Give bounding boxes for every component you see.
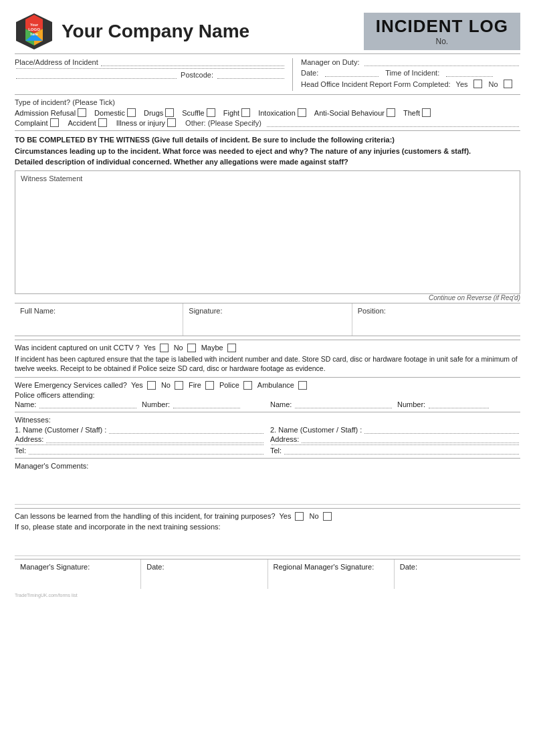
company-name: Your Company Name (62, 21, 249, 42)
admission-checkbox[interactable] (78, 108, 86, 117)
intoxication-checkbox[interactable] (298, 108, 306, 117)
emergency-section: Were Emergency Services called? Yes No F… (15, 381, 520, 408)
incident-type-intoxication: Intoxication (258, 108, 308, 117)
drugs-label: Drugs (144, 109, 163, 117)
cctv-no-checkbox[interactable] (187, 344, 196, 352)
section-divider-5 (15, 412, 520, 412)
theft-label: Theft (403, 109, 420, 117)
emergency-fire-checkbox[interactable] (205, 381, 214, 390)
other-dots (267, 126, 519, 127)
address-dots2 (16, 68, 284, 69)
incident-type-title: Type of incident? (Please Tick) (15, 98, 520, 106)
cctv-maybe-checkbox[interactable] (227, 344, 236, 352)
lessons-lines[interactable] (15, 535, 520, 556)
accident-checkbox[interactable] (98, 118, 107, 127)
section-divider-6 (15, 458, 520, 459)
fight-checkbox[interactable] (241, 108, 250, 117)
svg-text:here: here (30, 32, 38, 36)
witness1-name-label: 1. Name (Customer / Staff) : (15, 426, 106, 434)
cctv-no-label: No (174, 344, 183, 352)
cctv-maybe-label: Maybe (201, 344, 223, 352)
regional-sig-label: Regional Manager's Signature: (274, 563, 374, 571)
yes-label: Yes (456, 80, 468, 88)
lessons-no-checkbox[interactable] (323, 512, 332, 521)
place-label: Place/Address of Incident (15, 58, 98, 66)
position-label: Position: (358, 307, 515, 315)
manager-label: Manager on Duty: (301, 58, 359, 66)
footer-text: TradeTimingUK.com/forms list (15, 593, 520, 598)
head-office-label: Head Office Incident Report Form Complet… (301, 80, 451, 88)
incident-type-admission: Admission Refusal (15, 108, 88, 117)
emergency-no-checkbox[interactable] (175, 381, 183, 390)
theft-checkbox[interactable] (422, 108, 431, 117)
incident-type-domestic: Domestic (94, 108, 137, 117)
date-label: Date: (301, 69, 318, 77)
emergency-yes-checkbox[interactable] (147, 381, 156, 390)
domestic-label: Domestic (94, 109, 125, 117)
illness-checkbox[interactable] (167, 118, 176, 127)
complaint-label: Complaint (15, 119, 48, 127)
other-label: Other: (Please Specify) (185, 119, 261, 127)
witness1-tel-label: Tel: (15, 447, 26, 455)
incident-log-header: INCIDENT LOG No. (364, 13, 520, 51)
section-divider-7 (15, 508, 520, 509)
scuffle-checkbox[interactable] (207, 108, 215, 117)
manager-date-label: Date: (146, 563, 164, 571)
signature-row: Full Name: Signature: Position: (15, 303, 520, 336)
witness1-address-dots (46, 443, 263, 443)
antisocial-checkbox[interactable] (387, 108, 395, 117)
witness2-name-label: 2. Name (Customer / Staff) : (270, 426, 362, 434)
police-attending-label: Police officers attending: (15, 391, 520, 399)
officer1-name-label: Name: (15, 400, 36, 408)
time-label: Time of Incident: (385, 69, 439, 77)
regional-sig-cell: Regional Manager's Signature: (268, 559, 395, 589)
incident-type-scuffle: Scuffle (182, 108, 216, 117)
yes-checkbox[interactable] (473, 80, 482, 88)
lessons-section: Can lessons be learned from the handling… (15, 512, 520, 556)
incident-log-no: No. (376, 37, 508, 46)
cctv-question: Was incident captured on unit CCTV ? (15, 344, 140, 352)
illness-label: Illness or injury (116, 119, 165, 127)
lessons-yes-checkbox[interactable] (295, 512, 304, 521)
domestic-checkbox[interactable] (127, 108, 136, 117)
accident-label: Accident (68, 119, 96, 127)
emergency-police-label: Police (219, 381, 239, 389)
manager-comments-label: Manager's Comments: (15, 462, 520, 470)
no-label: No (489, 80, 498, 88)
section-divider-3 (15, 340, 520, 340)
continue-note: Continue on Reverse (if Req'd) (15, 294, 520, 301)
place-dots (101, 66, 284, 66)
witnesses-section: Witnesses: 1. Name (Customer / Staff) : … (15, 416, 520, 455)
address-dots3 (16, 78, 177, 79)
officer2-number-dots (429, 408, 489, 408)
section-divider-4 (15, 377, 520, 378)
witness1-tel-dots (29, 454, 263, 455)
officer1-number-dots (173, 408, 240, 408)
incident-type-illness: Illness or injury (116, 118, 177, 127)
cctv-section: Was incident captured on unit CCTV ? Yes… (15, 344, 520, 374)
witness1-address2-dots (16, 445, 263, 445)
witness-statement-box[interactable]: Witness Statement (15, 170, 520, 294)
postcode-dots (217, 78, 284, 79)
officer2-number-label: Number: (397, 400, 425, 408)
manager-sig-cell: Manager's Signature: (15, 559, 141, 589)
manager-comment-box[interactable] (15, 473, 520, 505)
position-cell: Position: (352, 303, 520, 336)
incident-type-fight: Fight (223, 108, 251, 117)
lessons-yes-label: Yes (280, 512, 292, 520)
witness2-tel-label: Tel: (270, 447, 282, 455)
officer2-name-label: Name: (270, 400, 292, 408)
cctv-yes-checkbox[interactable] (160, 344, 169, 352)
emergency-ambulance-checkbox[interactable] (298, 381, 307, 390)
no-checkbox[interactable] (504, 80, 512, 88)
witness-instruction-1: TO BE COMPLETED BY THE WITNESS (Give ful… (15, 136, 395, 144)
emergency-yes-label: Yes (131, 381, 143, 389)
signature-cell: Signature: (183, 303, 352, 336)
drugs-checkbox[interactable] (165, 108, 174, 117)
scuffle-label: Scuffle (182, 109, 204, 117)
emergency-fire-label: Fire (189, 381, 201, 389)
witness2-name-dots (364, 433, 519, 434)
complaint-checkbox[interactable] (50, 118, 59, 127)
emergency-police-checkbox[interactable] (243, 381, 252, 390)
witness2-tel-dots (284, 454, 519, 455)
